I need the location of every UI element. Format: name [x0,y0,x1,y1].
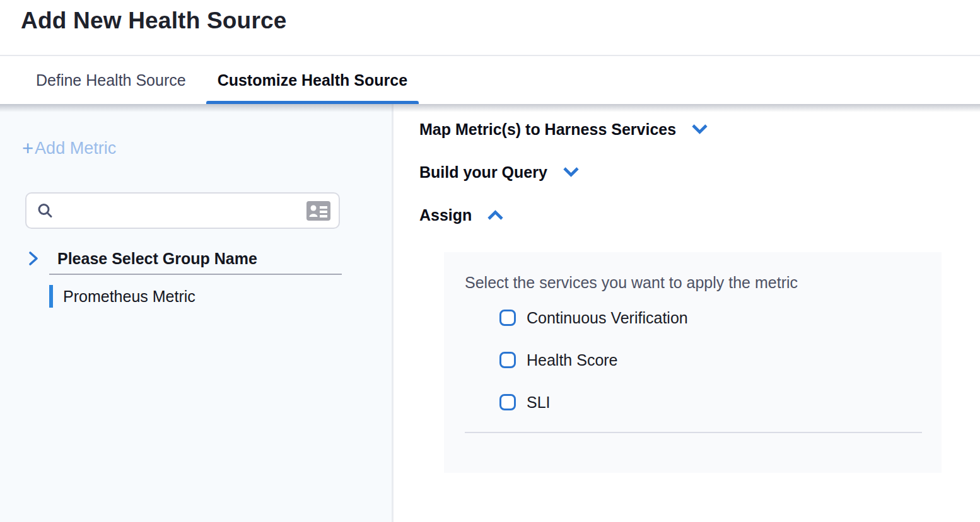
page-title: Add New Health Source [21,8,287,34]
option-label: SLI [527,393,551,412]
search-input[interactable] [60,202,306,219]
tab-bar: Define Health Source Customize Health So… [0,55,980,104]
chevron-up-icon[interactable] [487,209,504,221]
group-name-row[interactable]: Please Select Group Name [28,248,257,269]
tab-define-health-source[interactable]: Define Health Source [25,56,197,104]
section-label: Build your Query [419,163,547,182]
dialog-header: Add New Health Source [0,0,980,55]
option-health-score[interactable]: Health Score [499,350,618,370]
assign-divider [465,432,922,433]
add-metric-label: Add Metric [35,139,116,158]
section-label: Map Metric(s) to Harness Services [419,120,676,139]
search-icon [37,202,54,219]
content-area: + Add Metric [0,104,980,522]
plus-icon: + [22,139,33,158]
contact-card-icon[interactable] [306,201,330,221]
selected-indicator-bar [49,285,53,308]
option-sli[interactable]: SLI [499,392,551,412]
tab-customize-health-source[interactable]: Customize Health Source [206,56,419,104]
section-map-metrics[interactable]: Map Metric(s) to Harness Services [419,120,708,139]
tab-label: Define Health Source [36,71,186,90]
section-assign[interactable]: Assign [419,206,504,224]
group-name-label: Please Select Group Name [57,250,257,268]
metric-search-box [25,192,340,229]
assign-description: Select the services you want to apply th… [465,274,798,292]
chevron-down-icon[interactable] [691,124,708,135]
tab-label: Customize Health Source [218,71,407,90]
section-label: Assign [419,206,472,224]
metric-item-label: Prometheus Metric [63,287,195,306]
chevron-down-icon[interactable] [563,166,580,178]
section-build-query[interactable]: Build your Query [419,163,580,182]
customize-main-panel: Map Metric(s) to Harness Services Build … [394,104,980,522]
chevron-right-icon[interactable] [28,250,39,267]
sli-checkbox[interactable] [499,394,516,410]
metric-list-item-prometheus[interactable]: Prometheus Metric [49,285,195,308]
continuous-verification-checkbox[interactable] [499,310,516,326]
option-continuous-verification[interactable]: Continuous Verification [499,308,688,328]
group-divider [49,274,342,275]
health-score-checkbox[interactable] [499,352,516,368]
option-label: Health Score [527,351,618,369]
assign-card: Select the services you want to apply th… [444,252,942,473]
metrics-sidebar: + Add Metric [0,104,394,522]
option-label: Continuous Verification [527,309,688,327]
add-metric-button[interactable]: + Add Metric [22,139,116,158]
